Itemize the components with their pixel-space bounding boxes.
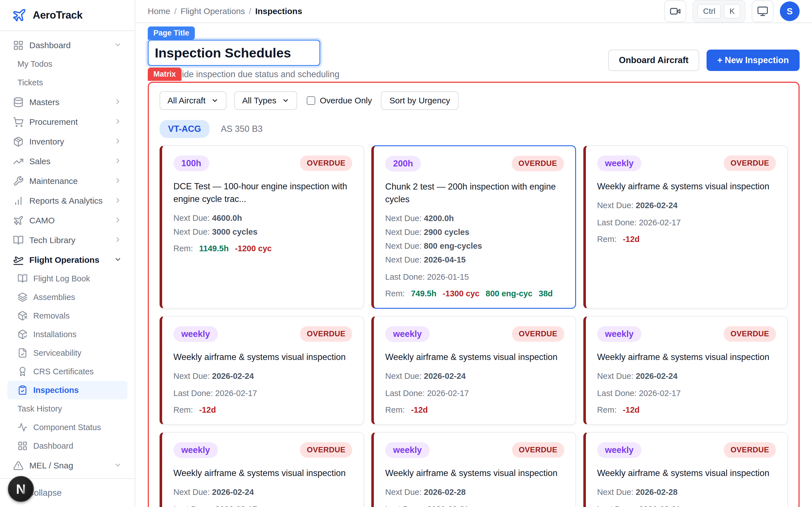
breadcrumb-home[interactable]: Home	[148, 6, 170, 16]
breadcrumb-flight-operations[interactable]: Flight Operations	[181, 6, 245, 16]
meta-label: Next Due:	[385, 241, 421, 250]
meta-label: Last Done:	[597, 218, 637, 227]
sidebar-item-tickets[interactable]: Tickets	[7, 73, 128, 92]
meta-value: 2026-02-17	[639, 389, 680, 398]
status-badge: OVERDUE	[512, 442, 564, 458]
sidebar-item-task-history[interactable]: Task History	[7, 399, 128, 418]
inspection-card[interactable]: weeklyOVERDUEWeekly airframe & systems v…	[160, 316, 364, 425]
sidebar-item-label: Masters	[29, 98, 59, 107]
remaining-label: Rem:	[597, 405, 617, 414]
sidebar-item-component-status[interactable]: Component Status	[7, 418, 128, 437]
sidebar-item-label: Sales	[29, 157, 50, 166]
sidebar-item-label: Component Status	[33, 423, 101, 432]
type-filter-select[interactable]: All Types	[234, 91, 297, 110]
tab-vt-acg[interactable]: VT-ACG	[160, 120, 209, 138]
sort-by-urgency-button[interactable]: Sort by Urgency	[381, 91, 458, 110]
card-badges-row: weeklyOVERDUE	[597, 326, 776, 342]
sidebar-item-procurement[interactable]: Procurement	[7, 113, 128, 131]
sidebar-item-installations[interactable]: Installations	[7, 325, 128, 344]
chevron-right-icon	[114, 137, 122, 146]
sidebar-item-label: Reports & Analytics	[29, 196, 103, 206]
sidebar-item-camo[interactable]: CAMO	[7, 211, 128, 230]
sidebar-item-sales[interactable]: Sales	[7, 152, 128, 171]
sidebar-item-my-todos[interactable]: My Todos	[7, 55, 128, 73]
card-badges-row: 200hOVERDUE	[385, 156, 564, 172]
inspection-card[interactable]: 100hOVERDUEDCE Test — 100-hour engine in…	[160, 145, 364, 309]
sidebar-item-reports-analytics[interactable]: Reports & Analytics	[7, 191, 128, 210]
chevron-right-icon	[114, 216, 122, 225]
meta-line-last-done: Last Done: 2026-02-17	[597, 218, 776, 227]
sidebar-item-masters[interactable]: Masters	[7, 93, 128, 112]
meta-value: 4200.0h	[424, 214, 454, 223]
sidebar-item-label: Assemblies	[33, 293, 75, 302]
app-root: AeroTrack DashboardMy TodosTicketsMaster…	[0, 0, 812, 507]
sidebar-item-dashboard[interactable]: Dashboard	[7, 36, 128, 55]
nextjs-dev-badge[interactable]: N	[8, 476, 34, 502]
meta-line-last-done: Last Done: 2026-02-21	[385, 505, 564, 507]
card-meta: Next Due: 2026-02-28Last Done: 2026-02-2…	[385, 488, 564, 507]
chevron-right-icon	[114, 196, 122, 205]
screen-record-button[interactable]	[664, 0, 686, 22]
inspection-card[interactable]: weeklyOVERDUEWeekly airframe & systems v…	[160, 432, 364, 507]
activity-icon	[17, 422, 28, 432]
meta-line-next-due: Next Due: 4200.0h	[385, 214, 564, 223]
sidebar-item-serviceability[interactable]: Serviceability	[7, 344, 128, 362]
meta-label: Next Due:	[597, 372, 633, 381]
bookopen-icon	[17, 274, 28, 284]
aircraft-filter-select[interactable]: All Aircraft	[160, 91, 226, 110]
sidebar-item-inventory[interactable]: Inventory	[7, 132, 128, 151]
card-badges-row: weeklyOVERDUE	[385, 442, 564, 458]
meta-label: Last Done:	[597, 389, 637, 398]
card-meta: Next Due: 4200.0hNext Due: 2900 cyclesNe…	[385, 214, 564, 282]
sidebar-item-label: Flight Log Book	[33, 274, 90, 283]
sidebar-item-tech-library[interactable]: Tech Library	[7, 231, 128, 249]
avatar[interactable]: S	[780, 1, 800, 21]
inspection-title: Weekly airframe & systems visual inspect…	[173, 351, 352, 363]
inspection-title: Weekly airframe & systems visual inspect…	[385, 467, 564, 480]
meta-value: 2026-02-21	[427, 505, 469, 507]
sidebar-item-assemblies[interactable]: Assemblies	[7, 288, 128, 306]
planetakeoff-icon	[13, 255, 24, 265]
card-meta: Next Due: 4600.0hNext Due: 3000 cycles	[173, 214, 352, 237]
meta-line-last-done: Last Done: 2026-02-17	[597, 389, 776, 398]
meta-label: Next Due:	[173, 372, 210, 381]
chevron-right-icon	[114, 177, 122, 186]
checkbox-box[interactable]	[307, 96, 315, 105]
display-mode-button[interactable]	[752, 0, 774, 22]
inspection-title: Weekly airframe & systems visual inspect…	[597, 180, 776, 193]
meta-line-next-due: Next Due: 2900 cycles	[385, 228, 564, 237]
inspection-title: Chunk 2 test — 200h inspection with engi…	[385, 180, 564, 206]
remaining-label: Rem:	[173, 405, 193, 414]
grid-icon	[17, 441, 28, 451]
sidebar-item-maintenance[interactable]: Maintenance	[7, 172, 128, 190]
sidebar-item-crs-certificates[interactable]: CRS Certificates	[7, 362, 128, 381]
inspection-card[interactable]: weeklyOVERDUEWeekly airframe & systems v…	[583, 145, 788, 309]
status-badge: OVERDUE	[724, 442, 776, 458]
command-palette-shortcut[interactable]: Ctrl K	[693, 0, 746, 22]
overdue-only-checkbox[interactable]: Overdue Only	[307, 96, 372, 105]
chevron-down-icon	[114, 256, 122, 263]
sidebar-item-dashboard[interactable]: Dashboard	[7, 437, 128, 455]
card-badges-row: 100hOVERDUE	[173, 156, 352, 171]
card-meta: Next Due: 2026-02-28Last Done: 2026-02-2…	[597, 488, 776, 507]
chevron-right-icon	[114, 236, 122, 245]
inspection-card[interactable]: weeklyOVERDUEWeekly airframe & systems v…	[583, 316, 788, 425]
inspection-type-badge: weekly	[597, 442, 642, 458]
inspection-card[interactable]: weeklyOVERDUEWeekly airframe & systems v…	[371, 432, 576, 507]
inspection-card[interactable]: weeklyOVERDUEWeekly airframe & systems v…	[583, 432, 788, 507]
inspection-card[interactable]: 200hOVERDUEChunk 2 test — 200h inspectio…	[371, 145, 576, 309]
remaining-value: -12d	[623, 405, 640, 414]
sidebar-item-flight-operations[interactable]: Flight Operations	[7, 251, 128, 269]
sidebar-item-mel-snag[interactable]: MEL / Snag	[7, 456, 128, 475]
sidebar-item-flight-log-book[interactable]: Flight Log Book	[7, 269, 128, 288]
matrix-overlay-badge: Matrix	[148, 68, 182, 81]
page-title-input[interactable]	[148, 40, 320, 66]
remaining-line: Rem:-12d	[385, 405, 564, 414]
meta-value: 800 eng-cycles	[424, 241, 482, 250]
tab-aircraft-model[interactable]: AS 350 B3	[221, 124, 262, 134]
meta-line-next-due: Next Due: 2026-02-28	[385, 488, 564, 497]
meta-value: 2026-02-24	[424, 372, 465, 381]
inspection-card[interactable]: weeklyOVERDUEWeekly airframe & systems v…	[371, 316, 576, 425]
sidebar-item-removals[interactable]: Removals	[7, 306, 128, 325]
sidebar-item-inspections[interactable]: Inspections	[7, 381, 128, 399]
